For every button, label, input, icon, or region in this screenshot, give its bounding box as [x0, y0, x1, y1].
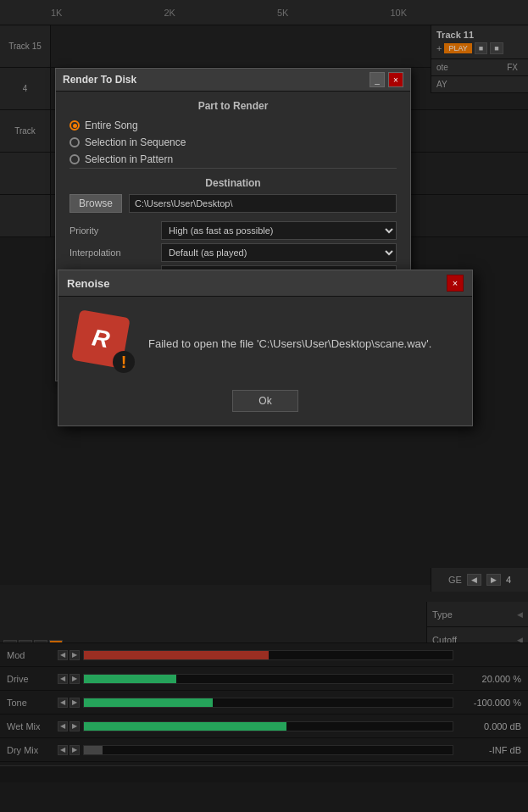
- priority-select[interactable]: High (as fast as possible): [161, 221, 397, 240]
- error-body: R ! Failed to open the file 'C:\Users\Us…: [58, 297, 472, 387]
- priority-label: Priority: [69, 225, 154, 236]
- radio-entire-song-btn[interactable]: [69, 120, 80, 131]
- ok-btn[interactable]: Ok: [232, 390, 297, 412]
- radio-selection-sequence-btn[interactable]: [69, 137, 80, 147]
- path-display: C:\Users\User\Desktop\: [129, 194, 397, 213]
- render-minimize-btn[interactable]: _: [370, 72, 385, 87]
- radio-selection-sequence-label: Selection in Sequence: [85, 136, 186, 148]
- radio-selection-pattern: Selection in Pattern: [69, 151, 397, 168]
- dest-section-title: Destination: [69, 168, 397, 194]
- render-titlebar: Render To Disk _ ×: [56, 69, 410, 92]
- interpolation-label: Interpolation: [69, 247, 154, 258]
- option-interpolation: Interpolation Default (as played): [69, 242, 397, 264]
- browse-row: Browse C:\Users\User\Desktop\: [69, 194, 397, 213]
- error-footer: Ok: [58, 387, 472, 425]
- part-section-title: Part to Render: [56, 92, 410, 117]
- radio-entire-song: Entire Song: [69, 117, 397, 134]
- interpolation-select[interactable]: Default (as played): [161, 243, 397, 262]
- render-dialog-title: Render To Disk: [63, 74, 136, 86]
- radio-selection-pattern-label: Selection in Pattern: [85, 153, 173, 165]
- error-titlebar: Renoise ×: [58, 270, 472, 297]
- render-close-btn[interactable]: ×: [388, 72, 403, 87]
- error-icon: R !: [75, 314, 135, 373]
- render-titlebar-buttons: _ ×: [370, 72, 403, 87]
- warning-badge: !: [113, 351, 135, 373]
- radio-selection-pattern-btn[interactable]: [69, 154, 80, 164]
- error-dialog-title: Renoise: [67, 277, 110, 290]
- browse-btn[interactable]: Browse: [69, 194, 122, 213]
- radio-entire-song-label: Entire Song: [85, 120, 138, 131]
- error-message: Failed to open the file 'C:\Users\User\D…: [148, 337, 455, 350]
- option-priority: Priority High (as fast as possible): [69, 220, 397, 242]
- error-close-btn[interactable]: ×: [447, 275, 464, 292]
- renoise-r-letter: R: [90, 324, 111, 353]
- radio-selection-sequence: Selection in Sequence: [69, 134, 397, 151]
- error-dialog: Renoise × R ! Failed to open the file 'C…: [58, 270, 473, 426]
